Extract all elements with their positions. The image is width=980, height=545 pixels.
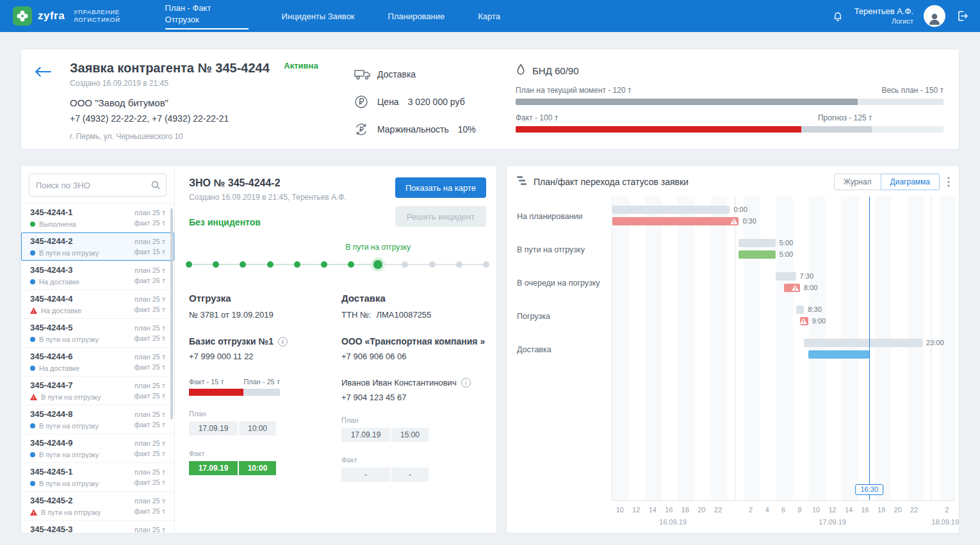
plan-progress-bar: [516, 99, 943, 105]
user-block[interactable]: Терентьев А.Ф. Логист: [854, 6, 913, 26]
scrollbar[interactable]: [170, 208, 173, 419]
transport-company: ООО «Транспортная компания »: [341, 336, 485, 346]
zno-item-status: На доставке: [30, 307, 81, 314]
zno-item-status: В пути на отгрузку: [30, 249, 99, 257]
nav-plan-fact[interactable]: План - Факт Отгрузок: [165, 3, 249, 29]
time-cursor: [869, 197, 870, 500]
zno-item-plan: план 25 т: [135, 382, 165, 389]
tab-diagram[interactable]: Диаграмма: [881, 174, 940, 190]
zno-list-item[interactable]: 345-4245-3 план 25 т Не начата факт 25 т: [21, 521, 174, 533]
delivery-fact-date: -: [341, 468, 390, 482]
axis-tick-label: 10: [616, 506, 624, 514]
nav-plan-fact-line1: План - Факт: [165, 3, 211, 13]
zno-item-fact: факт 25 т: [134, 392, 165, 400]
zno-list-item[interactable]: 345-4245-2 план 25 т В пути на отгрузку …: [21, 492, 174, 521]
warning-icon: [792, 285, 799, 291]
zno-list-item[interactable]: 345-4244-9 план 25 т В пути на отгрузку …: [21, 434, 174, 463]
zno-item-status: Выполнена: [30, 220, 76, 228]
show-on-map-button[interactable]: Показать на карте: [395, 177, 486, 198]
axis-tick-label: 4: [765, 506, 769, 514]
delivery-plan-caption: План: [341, 416, 486, 424]
ruble-icon: [354, 95, 377, 109]
zno-item-plan: план 25 т: [135, 439, 165, 447]
nav-map[interactable]: Карта: [478, 12, 500, 21]
shipment-fact-time: 10:00: [239, 461, 276, 475]
avatar[interactable]: [924, 5, 945, 27]
axis-tick-label: 20: [894, 506, 902, 514]
timeline-step-dot: [483, 261, 489, 268]
status-indicator-icon: [30, 481, 35, 486]
zno-item-fact: факт 25 т: [134, 421, 165, 428]
order-created: Создано 16.09.2019 в 21:45: [70, 79, 354, 88]
zno-item-status: В пути на отгрузку: [30, 508, 101, 516]
zno-list-item[interactable]: 345-4244-8 план 25 т В пути на отгрузку …: [21, 405, 174, 434]
zno-item-plan: план 25 т: [135, 468, 165, 476]
axis-tick-label: 16: [665, 506, 673, 514]
shipment-base: Базис отгрузки №1: [189, 336, 274, 346]
gantt-time-label: 0:00: [733, 206, 747, 213]
order-phones: +7 (4932) 22-22-22, +7 (4932) 22-22-21: [70, 113, 354, 124]
zno-list-item[interactable]: 345-4244-6 план 25 т На доставке факт 25…: [21, 348, 174, 377]
nav-planning[interactable]: Планирование: [388, 12, 445, 21]
gantt-time-label: 9:00: [812, 317, 826, 325]
current-status-label: В пути на отгрузку: [345, 243, 411, 252]
zno-item-fact: факт 25 т: [134, 363, 165, 371]
gantt-title: План/факт перехода статусов заявки: [534, 177, 689, 187]
axis-tick-label: 8: [797, 506, 801, 514]
status-indicator-icon: [30, 279, 35, 284]
zno-item-status: В пути на отгрузку: [30, 336, 99, 343]
axis-tick-label: 18: [682, 506, 689, 514]
gantt-bar-plan: [776, 272, 796, 281]
zno-card: 345-4244-1 план 25 т Выполнена факт 25 т…: [20, 165, 497, 533]
zno-list-item[interactable]: 345-4244-1 план 25 т Выполнена факт 25 т: [21, 204, 174, 232]
gantt-bar-plan: [612, 206, 730, 214]
zno-list-item[interactable]: 345-4244-3 план 25 т На доставке факт 26…: [21, 261, 174, 290]
zno-item-fact: факт 25 т: [134, 478, 165, 486]
info-icon[interactable]: [278, 337, 288, 346]
axis-tick-label: 20: [698, 506, 705, 514]
zno-item-id: 345-4244-3: [30, 265, 73, 275]
gantt-bar-fact: [612, 217, 739, 225]
zno-item-fact: факт 15 т: [134, 248, 165, 256]
bell-icon[interactable]: [831, 10, 844, 22]
zno-list: 345-4244-1 план 25 т Выполнена факт 25 т…: [21, 203, 174, 533]
axis-tick-label: 16: [861, 506, 869, 514]
timeline-step-dot: [321, 261, 327, 268]
order-header-card: Заявка контрагента № 345-4244 Активна Со…: [20, 49, 960, 150]
nav-incidents[interactable]: Инциденты Заявок: [282, 12, 355, 21]
timeline-step-dot: [213, 261, 219, 268]
zno-item-id: 345-4245-3: [30, 525, 73, 533]
shipment-fact-date: 17.09.19: [189, 461, 238, 475]
zno-list-item[interactable]: 345-4245-1 план 25 т В пути на отгрузку …: [21, 463, 174, 492]
zno-item-id: 345-4244-4: [30, 294, 73, 304]
zno-list-item[interactable]: 345-4244-7 план 25 т В пути на отгрузку …: [21, 377, 174, 405]
timeline-step-dot: [373, 260, 382, 269]
shipment-progress-fill: [189, 389, 243, 396]
info-icon[interactable]: [461, 378, 471, 387]
day-separator: [735, 197, 735, 500]
tab-journal[interactable]: Журнал: [834, 174, 881, 190]
zno-item-status: В пути на отгрузку: [30, 480, 99, 487]
axis-tick-label: 10: [812, 506, 820, 514]
zno-list-item[interactable]: 345-4244-4 план 25 т На доставке факт 25…: [21, 290, 174, 319]
axis-date-label: 18.09.19: [931, 518, 959, 526]
zno-list-item[interactable]: 345-4244-2 план 25 т В пути на отгрузку …: [21, 232, 174, 261]
topbar: zyfra УПРАВЛЕНИЕ ЛОГИСТИКОЙ План - Факт …: [0, 0, 980, 32]
fact-progress-bar: [516, 126, 943, 133]
gantt-time-axis: 10121416182022246810121416182022216.09.1…: [612, 501, 955, 529]
order-company: ООО "Завод битумов": [70, 97, 354, 108]
back-arrow-icon[interactable]: [34, 66, 52, 79]
logout-icon[interactable]: [956, 10, 968, 22]
shipment-base-phone: +7 999 000 11 22: [189, 352, 341, 361]
price-value: 3 020 000 руб: [408, 97, 465, 107]
zno-list-item[interactable]: 345-4244-5 план 25 т В пути на отгрузку …: [21, 319, 174, 348]
zno-item-plan: план 25 т: [135, 238, 165, 245]
axis-tick-label: 18: [878, 506, 885, 514]
axis-tick-label: 22: [714, 506, 722, 514]
axis-tick-label: 2: [749, 506, 753, 514]
status-indicator-icon: [30, 423, 35, 428]
zno-item-fact: факт 25 т: [134, 305, 165, 313]
gantt-time-label: 8:00: [804, 284, 817, 291]
search-input[interactable]: [29, 174, 167, 197]
kebab-menu-icon[interactable]: [947, 177, 950, 187]
